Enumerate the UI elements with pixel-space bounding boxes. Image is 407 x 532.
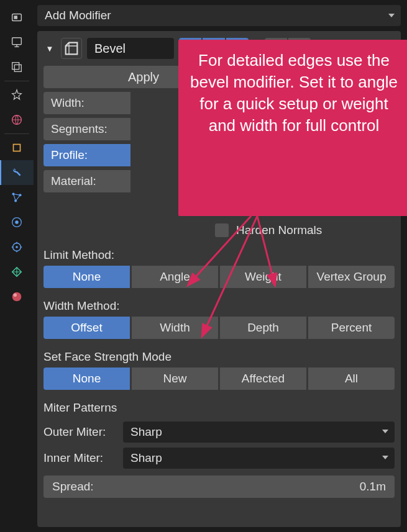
spread-label: Spread:	[52, 480, 94, 494]
rail-physics-icon[interactable]	[0, 210, 34, 235]
outer-miter-dropdown[interactable]: Sharp	[123, 422, 395, 443]
bevel-icon	[61, 38, 82, 59]
svg-rect-3	[12, 63, 19, 70]
inner-miter-label: Inner Miter:	[43, 451, 119, 465]
fs-none[interactable]: None	[43, 367, 130, 390]
harden-normals-label: Harden Normals	[236, 223, 322, 237]
limit-weight[interactable]: Weight	[220, 266, 306, 288]
collapse-toggle[interactable]: ▼	[43, 42, 56, 55]
outer-miter-label: Outer Miter:	[43, 425, 119, 439]
material-field[interactable]: Material:	[43, 170, 130, 192]
rail-output-icon[interactable]	[0, 30, 34, 55]
rail-layers-icon[interactable]	[0, 55, 34, 79]
annotation-text: For detailed edges use the bevel modifie…	[190, 51, 398, 135]
wm-width[interactable]: Width	[132, 317, 218, 339]
miter-title: Miter Patterns	[43, 401, 395, 415]
rail-constraints-icon[interactable]	[0, 235, 34, 259]
segments-field[interactable]: Segments:	[43, 118, 130, 140]
width-label: Width:	[51, 96, 85, 110]
limit-method-label: Limit Method:	[43, 248, 395, 262]
segments-label: Segments:	[51, 122, 107, 136]
fs-all[interactable]: All	[308, 367, 395, 390]
harden-normals-checkbox[interactable]	[215, 223, 229, 237]
modifier-name-text: Bevel	[94, 42, 126, 56]
svg-rect-1	[14, 16, 17, 19]
rail-data-icon[interactable]	[0, 259, 34, 284]
face-strength-segmented: None New Affected All	[43, 367, 395, 390]
svg-point-10	[15, 220, 19, 224]
tool-rail	[0, 0, 34, 532]
svg-point-13	[16, 246, 18, 248]
width-method-segmented: Offset Width Depth Percent	[43, 317, 395, 339]
rail-material-icon[interactable]	[0, 284, 34, 309]
face-strength-label: Set Face Strength Mode	[43, 350, 395, 364]
profile-field[interactable]: Profile:	[43, 144, 130, 166]
modifier-name-field[interactable]: Bevel	[87, 38, 174, 59]
width-method-label: Width Method:	[43, 299, 395, 313]
material-label: Material:	[51, 174, 96, 188]
svg-point-14	[12, 292, 22, 302]
wm-depth[interactable]: Depth	[220, 317, 306, 339]
wm-offset[interactable]: Offset	[43, 317, 130, 339]
profile-label: Profile:	[51, 148, 88, 162]
add-modifier-dropdown[interactable]: Add Modifier	[37, 5, 401, 26]
root: Add Modifier ▼ Bevel	[0, 0, 407, 532]
spread-value: 0.1m	[360, 480, 386, 494]
apply-label: Apply	[128, 70, 159, 84]
main-area: Add Modifier ▼ Bevel	[34, 0, 407, 532]
svg-rect-4	[14, 65, 21, 71]
fs-affected[interactable]: Affected	[220, 367, 306, 390]
limit-none[interactable]: None	[43, 266, 130, 288]
harden-normals-row: Harden Normals	[43, 223, 395, 237]
svg-point-15	[14, 294, 17, 297]
rail-render-icon[interactable]	[0, 5, 34, 30]
rail-object-icon[interactable]	[0, 135, 34, 160]
rail-scene-icon[interactable]	[0, 83, 34, 107]
wm-percent[interactable]: Percent	[308, 317, 395, 339]
inner-miter-dropdown[interactable]: Sharp	[123, 448, 395, 469]
width-field[interactable]: Width:	[43, 92, 130, 114]
rail-world-icon[interactable]	[0, 107, 34, 132]
fs-new[interactable]: New	[132, 367, 218, 390]
limit-angle[interactable]: Angle	[132, 266, 218, 288]
limit-vgroup[interactable]: Vertex Group	[308, 266, 395, 288]
rail-particles-icon[interactable]	[0, 185, 34, 210]
svg-rect-6	[14, 145, 21, 151]
annotation-callout: For detailed edges use the bevel modifie…	[178, 40, 407, 216]
limit-method-segmented: None Angle Weight Vertex Group	[43, 266, 395, 288]
spread-field[interactable]: Spread: 0.1m	[43, 476, 395, 498]
add-modifier-label: Add Modifier	[45, 9, 111, 22]
rail-modifiers-icon[interactable]	[0, 160, 34, 185]
svg-rect-2	[12, 38, 22, 45]
